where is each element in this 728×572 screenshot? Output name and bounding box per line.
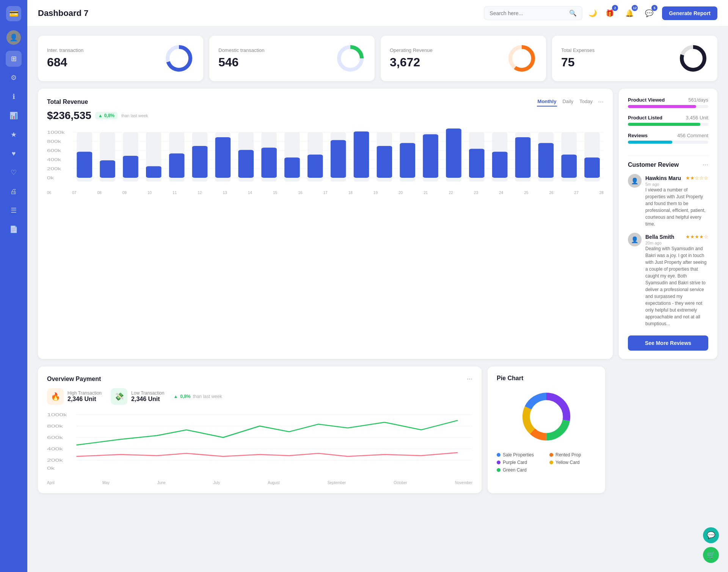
sidebar: 💳 👤 ⊞ ⚙ ℹ 📊 ★ ♥ ♡ 🖨 ☰ 📄 <box>0 0 27 572</box>
svg-rect-21 <box>77 152 92 178</box>
reviews-progress <box>628 141 708 144</box>
chat-icon-btn[interactable]: 💬 5 <box>642 6 656 20</box>
sidebar-item-list[interactable]: ☰ <box>6 202 22 218</box>
legend-dot <box>497 453 500 457</box>
stat-card-total-expenses: Total Expenses 75 <box>552 36 717 81</box>
up-arrow-icon: ▲ <box>98 113 103 118</box>
stat-chart-3 <box>678 43 708 74</box>
product-listed-progress <box>628 123 708 126</box>
review-time-1: 20m ago <box>645 241 708 245</box>
high-transaction-label: High Transaction <box>67 390 102 396</box>
pie-chart-container: Sale PropertiesRented PropPurple CardYel… <box>497 386 596 473</box>
generate-report-button[interactable]: Generate Report <box>662 6 717 20</box>
reviews-fill <box>628 141 672 144</box>
svg-rect-61 <box>538 143 554 178</box>
sidebar-item-star[interactable]: ★ <box>6 127 22 143</box>
chat-badge: 5 <box>651 5 657 11</box>
stat-row-product-listed: Product Listed 3,456 Unit <box>628 115 708 126</box>
tab-monthly[interactable]: Monthly <box>537 97 557 107</box>
middle-row: Total Revenue Monthly Daily Today ··· $2… <box>38 89 717 359</box>
legend-dot <box>497 461 500 464</box>
product-viewed-label: Product Viewed <box>628 97 665 103</box>
payment-header: Overview Payment ··· <box>47 375 472 383</box>
revenue-change-badge: ▲ 0,8% <box>95 112 118 119</box>
svg-rect-51 <box>423 134 438 178</box>
low-transaction-icon: 💸 <box>111 388 127 405</box>
product-listed-label: Product Listed <box>628 115 662 121</box>
bell-icon-btn[interactable]: 🔔 12 <box>623 6 636 20</box>
review-item-0: 👤 Hawkins Maru ★★☆☆☆ 5m ago I viewed a n… <box>628 174 708 227</box>
tab-today[interactable]: Today <box>579 97 593 107</box>
payment-pct: 0,8% <box>180 394 190 399</box>
search-input[interactable] <box>490 10 566 16</box>
payment-change-label: than last week <box>193 394 222 399</box>
legend-item: Green Card <box>497 467 543 473</box>
svg-rect-29 <box>169 154 185 178</box>
svg-text:800k: 800k <box>47 139 61 144</box>
gift-icon-btn[interactable]: 🎁 2 <box>603 6 617 20</box>
user-avatar[interactable]: 👤 <box>6 30 21 45</box>
svg-text:600k: 600k <box>47 149 61 153</box>
floating-buttons: 💬 🛒 <box>703 527 719 563</box>
payment-change-row: ▲ 0,8% than last week <box>173 388 222 405</box>
svg-rect-37 <box>261 147 277 178</box>
up-arrow-icon-payment: ▲ <box>173 394 178 399</box>
sidebar-item-doc[interactable]: 📄 <box>6 221 22 237</box>
svg-rect-33 <box>215 137 231 178</box>
stat-value-1: 546 <box>218 55 264 69</box>
tab-daily[interactable]: Daily <box>562 97 574 107</box>
svg-text:1000k: 1000k <box>47 413 67 417</box>
float-support-button[interactable]: 💬 <box>703 527 719 543</box>
svg-rect-63 <box>561 155 577 178</box>
sidebar-item-heart2[interactable]: ♡ <box>6 165 22 180</box>
legend-label: Rented Prop <box>555 452 581 458</box>
reviews-label: Reviews <box>628 133 648 138</box>
svg-rect-53 <box>446 129 461 178</box>
svg-rect-65 <box>584 157 600 178</box>
high-transaction-stat: 🔥 High Transaction 2,346 Unit <box>47 388 102 405</box>
sidebar-item-settings[interactable]: ⚙ <box>6 70 22 86</box>
stat-card-operating-revenue: Operating Revenue 3,672 <box>381 36 546 81</box>
svg-rect-41 <box>308 155 323 178</box>
see-more-reviews-button[interactable]: See More Reviews <box>628 335 708 351</box>
dark-mode-toggle[interactable]: 🌙 <box>588 9 597 17</box>
search-bar[interactable]: 🔍 <box>484 6 582 20</box>
legend-dot <box>497 468 500 472</box>
svg-rect-43 <box>331 140 346 178</box>
main-content: Dashboard 7 🔍 🌙 🎁 2 🔔 12 💬 5 Generate Re… <box>27 0 728 572</box>
sidebar-item-print[interactable]: 🖨 <box>6 183 22 199</box>
stat-label-0: Inter. transaction <box>47 47 83 53</box>
stat-value-3: 75 <box>561 55 595 69</box>
pie-legend: Sale PropertiesRented PropPurple CardYel… <box>497 452 596 473</box>
product-viewed-fill <box>628 105 696 108</box>
product-stats-card: Product Viewed 561/days Product Listed 3… <box>619 89 717 359</box>
page-title: Dashboard 7 <box>38 8 478 18</box>
payment-line-chart: 1000k 800k 600k 400k 200k 0k <box>47 411 472 479</box>
float-cart-button[interactable]: 🛒 <box>703 547 719 563</box>
content: Inter. transaction 684 Domestic transact… <box>27 27 728 502</box>
review-menu-dots[interactable]: ··· <box>703 161 708 169</box>
sidebar-item-analytics[interactable]: 📊 <box>6 108 22 124</box>
svg-text:0k: 0k <box>47 466 55 470</box>
product-viewed-value: 561/days <box>688 97 708 103</box>
review-avatar-1: 👤 <box>628 233 642 246</box>
svg-rect-55 <box>469 149 485 178</box>
review-stars-0: ★★☆☆☆ <box>686 175 708 181</box>
high-transaction-icon: 🔥 <box>47 388 64 405</box>
revenue-menu-dots[interactable]: ··· <box>598 98 604 106</box>
svg-text:0k: 0k <box>47 176 54 180</box>
sidebar-logo: 💳 <box>6 6 21 21</box>
review-text-1: Dealing with Syamsudin and Bakri was a j… <box>645 245 708 327</box>
svg-text:400k: 400k <box>47 158 61 162</box>
sidebar-item-dashboard[interactable]: ⊞ <box>6 51 22 67</box>
svg-rect-59 <box>515 137 531 178</box>
payment-menu-dots[interactable]: ··· <box>467 375 472 383</box>
sidebar-item-heart[interactable]: ♥ <box>6 146 22 161</box>
bell-badge: 12 <box>632 5 638 11</box>
review-name-0: Hawkins Maru <box>645 175 681 181</box>
review-avatar-0: 👤 <box>628 174 642 188</box>
sidebar-item-info[interactable]: ℹ <box>6 89 22 105</box>
svg-rect-57 <box>492 152 508 178</box>
svg-text:200k: 200k <box>47 167 61 171</box>
review-text-0: I viewed a number of properties with Jus… <box>645 186 708 227</box>
